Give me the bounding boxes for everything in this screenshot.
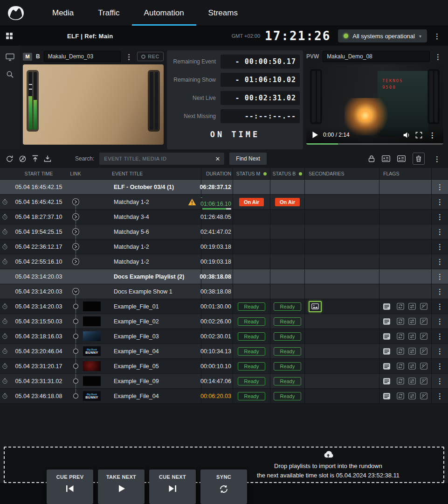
row-kebab-button[interactable]: ⋮ bbox=[434, 183, 445, 190]
notes-flag-icon[interactable] bbox=[383, 363, 390, 370]
system-status-dropdown[interactable]: All systems operational ▾ bbox=[338, 29, 427, 42]
rundown-row[interactable]: 05.04 16:45:42.15ELF - October 03/4 (1)0… bbox=[0, 180, 448, 195]
notes-flag-icon[interactable] bbox=[383, 303, 390, 310]
card-a-icon[interactable] bbox=[382, 155, 390, 162]
rundown-row[interactable]: 05.04 23:15:50.03Example_File_0200:02:26… bbox=[0, 314, 448, 329]
link-cell[interactable] bbox=[68, 195, 83, 209]
rundown-row[interactable]: 05.04 23:14:20.03Docs Example Playlist (… bbox=[0, 269, 448, 284]
cue-prev-button[interactable]: CUE PREV bbox=[47, 469, 93, 504]
take-next-button[interactable]: TAKE NEXT bbox=[98, 469, 145, 504]
link-cell[interactable] bbox=[68, 239, 83, 254]
row-kebab-button[interactable]: ⋮ bbox=[434, 228, 445, 235]
refresh-icon[interactable] bbox=[6, 155, 14, 163]
col-event-title[interactable]: EVENT TITLE bbox=[83, 168, 201, 179]
disabled-flag-icon[interactable] bbox=[420, 392, 427, 399]
find-next-button[interactable]: Find Next bbox=[229, 153, 266, 165]
swap-flag-icon[interactable] bbox=[408, 348, 416, 355]
link-cell[interactable] bbox=[68, 314, 83, 329]
col-link[interactable]: LINK bbox=[68, 168, 83, 179]
row-kebab-button[interactable]: ⋮ bbox=[434, 213, 445, 220]
disabled-flag-icon[interactable] bbox=[420, 333, 427, 340]
notes-flag-icon[interactable] bbox=[383, 333, 390, 340]
cue-next-button[interactable]: CUE NEXT bbox=[149, 469, 196, 504]
loop-flag-icon[interactable] bbox=[397, 333, 404, 340]
toolbar-kebab-button[interactable]: ⋮ bbox=[432, 155, 442, 162]
link-cell[interactable] bbox=[68, 359, 83, 373]
lock-icon[interactable] bbox=[368, 155, 375, 162]
row-kebab-button[interactable]: ⋮ bbox=[434, 198, 445, 205]
sync-button[interactable]: SYNC bbox=[200, 469, 247, 504]
clear-search-icon[interactable]: ✕ bbox=[215, 155, 220, 162]
col-duration[interactable]: DURATION bbox=[201, 168, 233, 179]
link-cell[interactable] bbox=[68, 299, 83, 314]
scroll-to-top-icon[interactable] bbox=[32, 155, 39, 162]
loop-flag-icon[interactable] bbox=[397, 303, 404, 310]
rec-button[interactable]: REC bbox=[137, 52, 164, 61]
link-cell[interactable] bbox=[68, 344, 83, 358]
link-cell[interactable] bbox=[68, 210, 83, 224]
col-status-m[interactable]: STATUS M bbox=[233, 168, 270, 179]
loop-flag-icon[interactable] bbox=[397, 318, 404, 325]
row-kebab-button[interactable]: ⋮ bbox=[434, 348, 445, 355]
disabled-flag-icon[interactable] bbox=[420, 348, 427, 355]
col-flags[interactable]: FLAGS bbox=[379, 168, 431, 179]
swap-flag-icon[interactable] bbox=[408, 333, 416, 340]
row-kebab-button[interactable]: ⋮ bbox=[434, 333, 445, 340]
link-cell[interactable] bbox=[68, 374, 83, 388]
play-button[interactable] bbox=[312, 131, 318, 139]
search-input[interactable] bbox=[99, 153, 224, 165]
preview-name-input[interactable] bbox=[323, 51, 430, 62]
disabled-flag-icon[interactable] bbox=[420, 318, 427, 325]
link-cell[interactable] bbox=[68, 284, 83, 299]
monitor-icon[interactable] bbox=[6, 53, 14, 61]
rundown-row[interactable]: 05.04 18:27:37.10Matchday 3-401:26:48.05… bbox=[0, 210, 448, 224]
row-kebab-button[interactable]: ⋮ bbox=[434, 258, 445, 265]
rundown-row[interactable]: 05.04 19:54:25.15Matchday 5-602:41:47.02… bbox=[0, 224, 448, 239]
notes-flag-icon[interactable] bbox=[383, 318, 390, 325]
swap-flag-icon[interactable] bbox=[408, 318, 416, 325]
statusbar-kebab-button[interactable]: ⋮ bbox=[432, 33, 442, 40]
rundown-row[interactable]: 05.04 16:45:42.15Matchday 1-2- 01:06:16.… bbox=[0, 195, 448, 210]
clock-disabled-icon[interactable] bbox=[19, 155, 27, 163]
notes-flag-icon[interactable] bbox=[383, 378, 390, 385]
preview-kebab-button[interactable]: ⋮ bbox=[433, 53, 443, 60]
swap-flag-icon[interactable] bbox=[408, 303, 416, 310]
player-kebab-button[interactable]: ⋮ bbox=[427, 132, 438, 139]
tab-traffic[interactable]: Traffic bbox=[86, 0, 131, 26]
disabled-flag-icon[interactable] bbox=[420, 363, 427, 370]
row-kebab-button[interactable]: ⋮ bbox=[434, 392, 445, 399]
loop-flag-icon[interactable] bbox=[397, 378, 404, 385]
seek-bar[interactable] bbox=[306, 143, 443, 145]
loop-flag-icon[interactable] bbox=[397, 363, 404, 370]
row-kebab-button[interactable]: ⋮ bbox=[434, 318, 445, 325]
rundown-row[interactable]: 05.04 23:14:20.03Example_File_0100:01:30… bbox=[0, 299, 448, 314]
row-kebab-button[interactable]: ⋮ bbox=[434, 303, 445, 310]
loop-flag-icon[interactable] bbox=[397, 348, 404, 355]
rundown-row[interactable]: 05.04 23:18:16.03Example_File_0300:02:30… bbox=[0, 329, 448, 344]
disabled-flag-icon[interactable] bbox=[420, 303, 427, 310]
swap-flag-icon[interactable] bbox=[408, 378, 416, 385]
tab-streams[interactable]: Streams bbox=[196, 0, 250, 26]
program-video[interactable] bbox=[23, 64, 164, 145]
secondary-graphic-button[interactable] bbox=[309, 301, 322, 312]
row-kebab-button[interactable]: ⋮ bbox=[434, 243, 445, 250]
rundown-row[interactable]: 05.04 23:31:20.17Example_File_0500:00:10… bbox=[0, 359, 448, 374]
loop-flag-icon[interactable] bbox=[397, 392, 404, 399]
rundown-row[interactable]: 05.04 22:55:16.10Matchday 1-200:19:03.18… bbox=[0, 254, 448, 269]
link-cell[interactable] bbox=[68, 224, 83, 239]
rundown-row[interactable]: 05.04 23:31:31.02Example_File_0900:14:47… bbox=[0, 374, 448, 389]
grid-icon[interactable] bbox=[6, 32, 13, 40]
tab-automation[interactable]: Automation bbox=[132, 0, 196, 26]
makalu-logo-icon[interactable] bbox=[7, 6, 24, 21]
col-secondaries[interactable]: SECONDARIES bbox=[304, 168, 379, 179]
download-icon[interactable] bbox=[44, 155, 51, 162]
notes-flag-icon[interactable] bbox=[383, 393, 390, 399]
delete-button[interactable] bbox=[413, 153, 425, 165]
row-kebab-button[interactable]: ⋮ bbox=[434, 273, 445, 280]
volume-icon[interactable] bbox=[403, 132, 411, 139]
link-cell[interactable] bbox=[68, 389, 83, 403]
link-cell[interactable] bbox=[68, 329, 83, 343]
rundown-row[interactable]: 05.04 23:14:20.03Docs Example Show 100:3… bbox=[0, 284, 448, 299]
notes-flag-icon[interactable] bbox=[383, 348, 390, 355]
row-kebab-button[interactable]: ⋮ bbox=[434, 378, 445, 385]
